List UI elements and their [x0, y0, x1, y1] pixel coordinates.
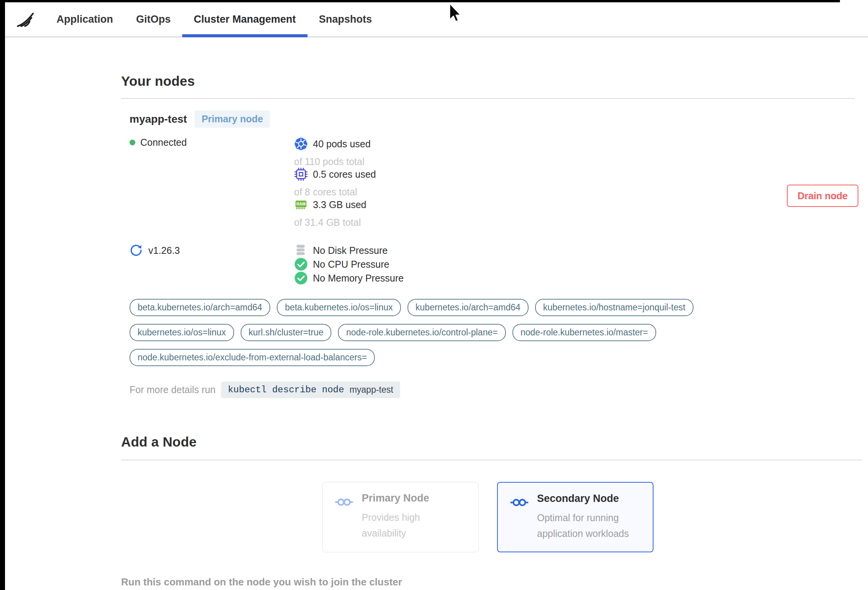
primary-node-badge: Primary node [195, 110, 270, 128]
check-circle-icon [294, 257, 308, 271]
usage-value: 0.5 cores used [313, 169, 376, 180]
usage-stat: RAM 3.3 GB used of 31.4 GB total [294, 198, 457, 228]
replicated-logo-icon [16, 9, 37, 30]
condition-label: No Disk Pressure [313, 245, 388, 256]
kubectl-command: kubectl describe node [228, 385, 344, 395]
add-node-heading: Add a Node [121, 434, 861, 450]
node-type-card-secondary-node[interactable]: Secondary Node Optimal for running appli… [497, 482, 653, 552]
node-version: v1.26.3 [130, 243, 294, 285]
node-label-pill: node.kubernetes.io/exclude-from-external… [130, 349, 375, 366]
usage-total: of 31.4 GB total [294, 217, 457, 228]
node-label-pill: beta.kubernetes.io/arch=amd64 [130, 299, 270, 316]
node-type-description: Optimal for running application workload… [537, 510, 637, 542]
node-type-title: Primary Node [362, 492, 462, 504]
check-circle-icon [294, 271, 308, 285]
node-condition: No Memory Pressure [294, 271, 457, 285]
node-link-icon [510, 497, 529, 510]
node-link-icon [335, 497, 353, 510]
drain-node-button[interactable]: Drain node [787, 185, 858, 207]
usage-total: of 8 cores total [294, 187, 457, 198]
top-navigation: Application GitOps Cluster Management Sn… [5, 2, 868, 37]
node-label-pill: beta.kubernetes.io/os=linux [277, 299, 401, 316]
node-details-line: For more details run kubectl describe no… [130, 382, 861, 398]
connected-label: Connected [140, 137, 187, 148]
node-label-pill: node-role.kubernetes.io/control-plane= [338, 324, 506, 341]
cluster-management-page: Your nodes myapp-test Primary node Conne… [121, 37, 861, 590]
your-nodes-heading: Your nodes [121, 73, 861, 89]
svg-text:RAM: RAM [296, 202, 306, 206]
nav-tab-cluster-management[interactable]: Cluster Management [182, 2, 308, 37]
ram-icon: RAM [294, 198, 308, 212]
node-name: myapp-test [130, 113, 187, 125]
node-conditions: No Disk Pressure No CPU Pressure [294, 243, 457, 285]
node-label-pill: kubernetes.io/hostname=jonquil-test [535, 299, 693, 316]
node-conditions-row: v1.26.3 No Disk Pressure [130, 243, 861, 285]
node-labels: beta.kubernetes.io/arch=amd64 beta.kuber… [130, 299, 741, 366]
usage-stat: 40 pods used of 110 pods total [294, 137, 457, 167]
usage-total: of 110 pods total [294, 156, 457, 167]
node-type-options: Primary Node Provides high availability … [322, 482, 861, 552]
kubernetes-icon [294, 137, 308, 151]
condition-label: No CPU Pressure [313, 259, 389, 270]
connected-status-icon [130, 140, 135, 145]
nav-tab-gitops[interactable]: GitOps [125, 2, 182, 37]
node-type-title: Secondary Node [537, 493, 637, 505]
usage-stat: 0.5 cores used of 8 cores total [294, 167, 457, 198]
cpu-icon [294, 167, 308, 181]
kubectl-command-node: myapp-test [349, 385, 393, 395]
node-header: myapp-test Primary node [130, 110, 861, 128]
kubectl-command-chip: kubectl describe node myapp-test [221, 382, 400, 398]
node-stats-row: Connected 40 pods used [130, 137, 861, 228]
node-condition: No Disk Pressure [294, 243, 457, 257]
node-usage-stats: 40 pods used of 110 pods total 0.5 cores… [294, 137, 457, 228]
disk-icon [294, 243, 308, 257]
node-type-description: Provides high availability [362, 510, 462, 541]
node-label-pill: kurl.sh/cluster=true [241, 324, 332, 341]
node-condition: No CPU Pressure [294, 257, 457, 271]
section-divider [121, 98, 855, 99]
node-label-pill: node-role.kubernetes.io/master= [512, 324, 656, 341]
condition-label: No Memory Pressure [313, 273, 404, 284]
details-prefix: For more details run [130, 384, 216, 395]
nav-tabs: Application GitOps Cluster Management Sn… [45, 2, 384, 37]
nav-tab-snapshots[interactable]: Snapshots [308, 2, 384, 37]
node-label-pill: kubernetes.io/os=linux [130, 324, 234, 341]
nav-tab-application[interactable]: Application [45, 2, 125, 37]
window-left-edge [0, 0, 5, 590]
usage-value: 40 pods used [313, 138, 371, 150]
node-card: myapp-test Primary node Connected [121, 110, 861, 398]
section-divider [121, 460, 861, 460]
window-top-edge [0, 0, 840, 2]
usage-value: 3.3 GB used [313, 199, 366, 210]
join-instruction: Run this command on the node you wish to… [121, 576, 861, 588]
version-label: v1.26.3 [148, 245, 180, 256]
node-label-pill: kubernetes.io/arch=amd64 [407, 299, 529, 316]
version-icon [130, 243, 143, 257]
node-status: Connected [130, 137, 294, 228]
node-type-card-primary-node[interactable]: Primary Node Provides high availability [322, 482, 479, 552]
